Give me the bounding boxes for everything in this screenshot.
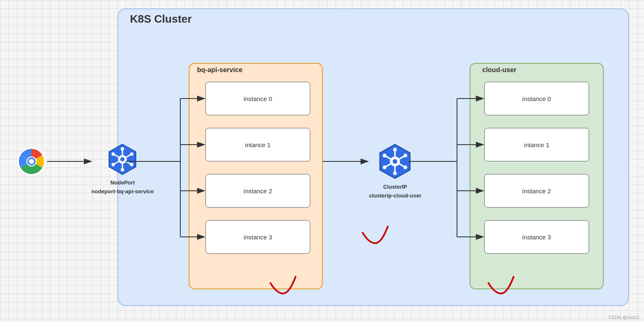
svg-point-13: [130, 163, 133, 166]
clusterip-name-label: clusterip-cloud-user: [369, 192, 421, 200]
clusterip-type-label: ClusterIP: [369, 184, 421, 191]
bq-checkmark: [268, 275, 298, 299]
svg-point-12: [121, 147, 124, 151]
nodeport-icon-container: NodePort nodeport-bq-api-service: [91, 143, 154, 195]
svg-point-30: [393, 171, 397, 175]
svg-point-31: [383, 153, 387, 157]
cu-instance-1: intance 1: [484, 128, 589, 161]
cu-instance-0: instance 0: [484, 82, 589, 115]
clusterip-icon-container: ClusterIP clusterip-cloud-user: [369, 143, 421, 200]
k8s-cluster-label: K8S Cluster: [130, 13, 192, 26]
nodeport-type-label: NodePort: [91, 179, 154, 187]
bq-instance-1: intance 1: [205, 128, 310, 161]
footer-label: CSDN @nvd11: [608, 315, 640, 320]
nodeport-name-label: nodeport-bq-api-service: [91, 188, 154, 195]
bq-instance-3: instance 3: [205, 220, 310, 254]
svg-point-33: [392, 158, 398, 164]
bq-api-service-label: bq-api-service: [197, 66, 242, 74]
svg-point-28: [404, 166, 408, 169]
main-canvas: K8S Cluster bq-api-service cloud-user in…: [0, 0, 644, 322]
svg-point-3: [29, 159, 34, 164]
cloud-user-label: cloud-user: [482, 66, 517, 74]
bq-instance-0: instance 0: [205, 82, 310, 115]
cu-instance-2: instance 2: [484, 174, 589, 208]
svg-point-27: [393, 148, 397, 151]
svg-point-17: [130, 153, 133, 156]
svg-point-32: [404, 153, 408, 157]
cu-checkmark: [486, 275, 516, 299]
svg-point-14: [112, 163, 115, 166]
svg-point-29: [383, 166, 387, 169]
bq-instance-2: instance 2: [205, 174, 310, 208]
svg-point-15: [121, 168, 124, 171]
clusterip-checkmark: [361, 224, 390, 249]
svg-point-18: [120, 157, 125, 162]
cu-instance-3: instance 3: [484, 220, 589, 254]
chrome-icon: [17, 147, 46, 176]
svg-point-16: [112, 153, 115, 156]
